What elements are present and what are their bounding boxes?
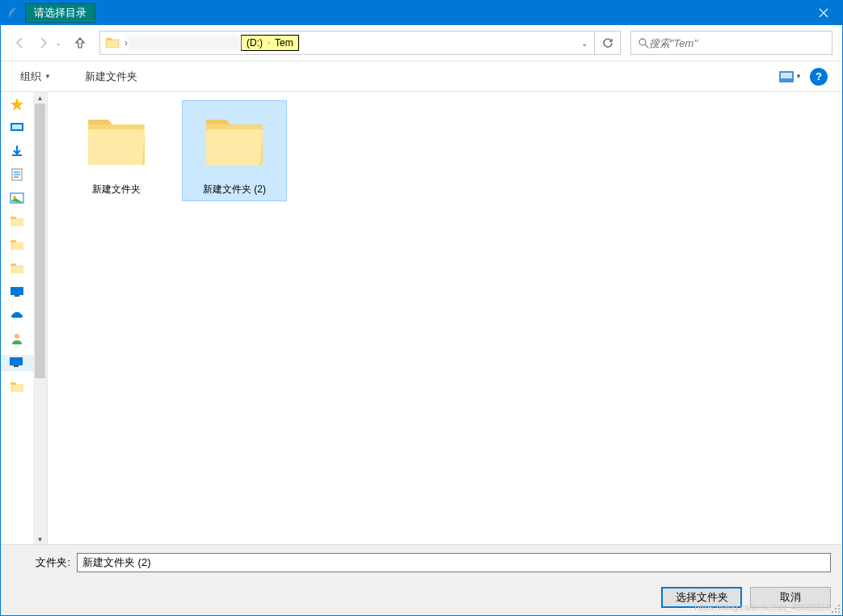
address-highlight: (D:) › Tem [241,35,299,51]
favorites-icon[interactable] [10,97,24,112]
svg-rect-19 [10,357,23,365]
svg-rect-1 [106,38,112,40]
close-button[interactable] [805,1,842,25]
svg-rect-11 [11,217,16,219]
organize-menu[interactable]: 组织 ▼ [15,66,56,87]
svg-rect-17 [15,295,19,297]
folder-label: 新建文件夹 [92,183,141,196]
resize-grip[interactable] [831,604,841,614]
sidebar-tree[interactable] [1,97,33,394]
address-bar[interactable]: › (D:) › Tem ⌄ [99,31,621,55]
svg-rect-10 [11,218,23,226]
svg-rect-12 [11,242,23,250]
svg-rect-6 [12,124,22,129]
sidebar-scrollbar[interactable]: ▲ ▼ [33,92,47,545]
pictures-icon[interactable] [10,191,24,205]
folder-name-input[interactable] [77,553,831,572]
sidebar: ▲ ▼ [1,92,48,545]
documents-icon[interactable] [10,167,24,182]
svg-point-30 [838,611,840,613]
window-title: 请选择目录 [25,3,95,23]
svg-rect-20 [14,365,19,367]
folder-large-icon [80,105,153,178]
organize-label: 组织 [20,70,41,84]
svg-rect-15 [11,264,16,266]
folder-item[interactable]: 新建文件夹 [64,100,169,201]
breadcrumb-separator: › [268,39,270,47]
scroll-down-arrow[interactable]: ▼ [33,534,47,545]
downloads-icon[interactable] [10,144,24,158]
search-input[interactable] [649,37,825,49]
svg-rect-16 [11,287,23,295]
svg-rect-4 [781,73,792,78]
scroll-up-arrow[interactable]: ▲ [33,92,47,103]
svg-rect-22 [11,382,16,385]
folder-icon[interactable] [10,380,24,394]
search-icon [638,37,649,49]
main-area: ▲ ▼ 新建文件夹 新建文件夹 (2 [1,92,842,545]
svg-point-2 [639,39,646,45]
titlebar: 请选择目录 [1,1,842,25]
folder-icon [103,34,121,52]
app-icon [1,6,25,19]
desktop-icon[interactable] [10,120,24,135]
scroll-thumb[interactable] [35,103,45,378]
toolbar: 组织 ▼ 新建文件夹 ▼ ? [1,61,842,92]
navbar: ⌄ › (D:) › Tem ⌄ [1,25,842,61]
svg-point-28 [832,611,833,613]
thispc-icon[interactable] [10,285,24,299]
svg-point-25 [838,605,840,606]
folder-item-selected[interactable]: 新建文件夹 (2) [182,100,287,201]
onedrive-icon[interactable] [10,308,24,323]
refresh-button[interactable] [594,32,620,54]
search-box[interactable] [630,31,832,55]
drive-label: (D:) [247,37,263,49]
svg-point-18 [15,334,19,339]
new-folder-button[interactable]: 新建文件夹 [80,66,142,87]
address-dropdown[interactable]: ⌄ [575,32,594,54]
folder-label: 新建文件夹 (2) [203,183,266,196]
folder-name-row: 文件夹: [12,553,831,572]
folder-icon[interactable] [10,238,24,252]
user-icon[interactable] [10,331,24,346]
forward-button[interactable] [33,33,53,53]
view-button[interactable]: ▼ [779,71,802,82]
svg-point-26 [835,608,837,610]
folder-content[interactable]: 新建文件夹 新建文件夹 (2) [48,92,842,545]
up-button[interactable] [70,33,90,53]
footer: 文件夹: 选择文件夹 取消 https://blog.csdn.net/qq_4… [1,544,842,615]
folder-field-label: 文件夹: [12,555,77,570]
titlebar-left: 请选择目录 [1,1,95,25]
folder-label: Tem [275,37,293,49]
back-button[interactable] [11,33,30,53]
folder-icon[interactable] [10,261,24,276]
svg-rect-0 [106,40,119,48]
svg-rect-13 [11,240,16,243]
svg-point-29 [835,611,837,613]
chevron-down-icon: ▼ [795,73,802,80]
history-dropdown[interactable]: ⌄ [56,40,67,47]
folder-icon[interactable] [10,214,24,229]
address-blurred [128,35,241,51]
help-button[interactable]: ? [810,68,828,86]
watermark: https://blog.csdn.net/qq_40020818 [694,602,831,612]
svg-point-27 [838,608,840,610]
selected-sidebar-item[interactable] [1,355,33,371]
svg-rect-14 [11,265,23,273]
folder-large-icon [198,105,271,178]
svg-rect-21 [11,384,23,392]
chevron-down-icon: ▼ [44,73,51,80]
